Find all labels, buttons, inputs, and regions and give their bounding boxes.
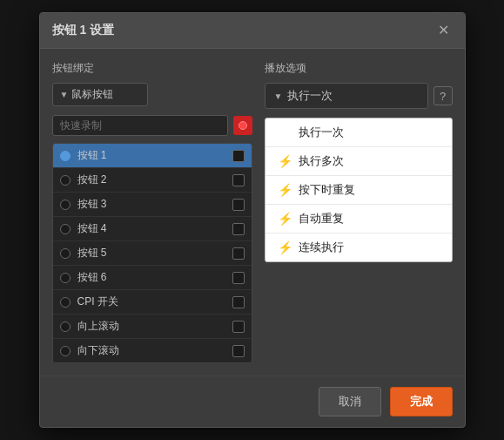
list-item-label: 按钮 4 — [77, 221, 225, 236]
item-checkbox[interactable] — [232, 150, 245, 162]
item-checkbox[interactable] — [232, 296, 245, 308]
right-panel: 播放选项 ▼ 执行一次 ? 执行一次⚡执行多次⚡按下时重复⚡自动重复⚡连续执行 — [265, 61, 453, 363]
lightning-icon: ⚡ — [278, 212, 292, 226]
item-checkbox[interactable] — [232, 272, 245, 284]
record-dot-icon — [239, 121, 247, 130]
list-item[interactable]: 按钮 4 — [53, 217, 252, 241]
radio-icon — [60, 322, 71, 332]
lightning-icon: ⚡ — [278, 240, 292, 254]
dialog-title: 按钮 1 设置 — [52, 23, 115, 38]
popup-item-label: 自动重复 — [299, 211, 344, 227]
record-button[interactable] — [233, 116, 252, 135]
playback-section-label: 播放选项 — [265, 61, 453, 76]
fast-record-input[interactable] — [52, 115, 228, 136]
item-checkbox[interactable] — [232, 345, 245, 357]
list-item-label: 向上滚动 — [77, 319, 225, 334]
popup-item[interactable]: ⚡执行多次 — [265, 147, 452, 176]
binding-dropdown-button[interactable]: ▼ 鼠标按钮 — [52, 83, 148, 106]
popup-item-label: 连续执行 — [299, 240, 344, 255]
playback-dropdown-row: ▼ 执行一次 ? — [265, 83, 453, 109]
left-panel: 按钮绑定 ▼ 鼠标按钮 按钮 1按钮 2按钮 3按钮 4按钮 5按钮 6CPI … — [52, 61, 252, 363]
playback-dropdown-arrow: ▼ — [274, 91, 283, 101]
item-checkbox[interactable] — [232, 223, 245, 235]
list-item[interactable]: 向上滚动 — [53, 315, 252, 339]
list-item[interactable]: 按钮 2 — [53, 168, 252, 193]
help-button[interactable]: ? — [433, 86, 453, 105]
list-item-label: 按钮 6 — [77, 270, 225, 285]
item-checkbox[interactable] — [232, 321, 245, 333]
item-checkbox[interactable] — [232, 174, 245, 186]
popup-item[interactable]: ⚡连续执行 — [265, 234, 452, 261]
popup-item-label: 按下时重复 — [299, 182, 355, 198]
list-item-label: 向下滚动 — [77, 343, 225, 358]
list-item[interactable]: 向下滚动 — [53, 339, 252, 362]
radio-icon — [60, 151, 71, 161]
item-checkbox[interactable] — [232, 199, 245, 211]
radio-icon — [60, 297, 71, 308]
popup-item-label: 执行一次 — [299, 125, 344, 140]
lightning-icon: ⚡ — [278, 183, 292, 197]
confirm-button[interactable]: 完成 — [390, 387, 453, 416]
list-item[interactable]: 按钮 3 — [53, 193, 252, 217]
binding-dropdown-label: 鼠标按钮 — [71, 87, 113, 102]
popup-item-label: 执行多次 — [299, 153, 344, 169]
dialog-footer: 取消 完成 — [40, 376, 465, 427]
item-checkbox[interactable] — [232, 247, 245, 260]
radio-icon — [60, 248, 71, 259]
binding-section-label: 按钮绑定 — [52, 61, 252, 76]
popup-item[interactable]: 执行一次 — [265, 118, 452, 147]
popup-item[interactable]: ⚡自动重复 — [265, 205, 452, 234]
list-item-label: CPI 开关 — [77, 294, 225, 309]
dialog-body: 按钮绑定 ▼ 鼠标按钮 按钮 1按钮 2按钮 3按钮 4按钮 5按钮 6CPI … — [40, 49, 465, 376]
binding-dropdown-arrow: ▼ — [60, 90, 69, 99]
lightning-icon: ⚡ — [278, 154, 292, 168]
cancel-button[interactable]: 取消 — [319, 387, 381, 416]
list-item-label: 按钮 3 — [77, 197, 225, 212]
playback-dropdown-button[interactable]: ▼ 执行一次 — [265, 83, 428, 109]
radio-icon — [60, 346, 71, 356]
playback-selected-label: 执行一次 — [287, 88, 333, 104]
list-item-label: 按钮 5 — [77, 246, 225, 261]
list-item-label: 按钮 2 — [77, 173, 225, 187]
radio-icon — [60, 273, 71, 283]
binding-row: ▼ 鼠标按钮 — [52, 83, 252, 106]
button-list: 按钮 1按钮 2按钮 3按钮 4按钮 5按钮 6CPI 开关向上滚动向下滚动 — [52, 143, 252, 363]
radio-icon — [60, 200, 71, 210]
radio-icon — [60, 175, 71, 186]
popup-item[interactable]: ⚡按下时重复 — [265, 176, 452, 205]
list-item[interactable]: 按钮 1 — [53, 144, 252, 168]
list-item-label: 按钮 1 — [77, 148, 225, 163]
list-item[interactable]: 按钮 5 — [53, 241, 252, 266]
dialog: 按钮 1 设置 ✕ 按钮绑定 ▼ 鼠标按钮 按钮 1按钮 2按钮 3按钮 4按钮 — [39, 12, 466, 428]
fast-record-row — [52, 115, 252, 136]
radio-icon — [60, 224, 71, 234]
close-button[interactable]: ✕ — [435, 22, 453, 39]
dialog-titlebar: 按钮 1 设置 ✕ — [40, 13, 465, 49]
list-item[interactable]: CPI 开关 — [53, 290, 252, 315]
playback-dropdown-popup: 执行一次⚡执行多次⚡按下时重复⚡自动重复⚡连续执行 — [265, 118, 453, 262]
list-item[interactable]: 按钮 6 — [53, 266, 252, 290]
